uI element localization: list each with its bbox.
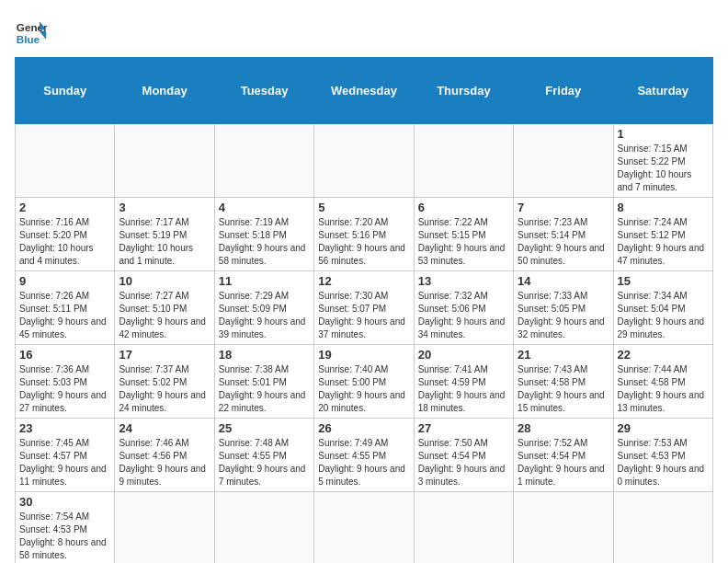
calendar-cell: 21Sunrise: 7:43 AM Sunset: 4:58 PM Dayli… xyxy=(514,345,613,419)
day-info: Sunrise: 7:41 AM Sunset: 4:59 PM Dayligh… xyxy=(418,363,509,415)
svg-text:Blue: Blue xyxy=(17,33,40,45)
header: General Blue xyxy=(15,15,713,48)
calendar-cell: 7Sunrise: 7:23 AM Sunset: 5:14 PM Daylig… xyxy=(514,198,613,271)
day-info: Sunrise: 7:19 AM Sunset: 5:18 PM Dayligh… xyxy=(219,216,310,268)
calendar-cell: 17Sunrise: 7:37 AM Sunset: 5:02 PM Dayli… xyxy=(115,345,214,419)
calendar-cell: 16Sunrise: 7:36 AM Sunset: 5:03 PM Dayli… xyxy=(16,345,115,419)
calendar-header: SundayMondayTuesdayWednesdayThursdayFrid… xyxy=(16,58,713,124)
day-info: Sunrise: 7:29 AM Sunset: 5:09 PM Dayligh… xyxy=(219,290,310,341)
calendar-week-5: 23Sunrise: 7:45 AM Sunset: 4:57 PM Dayli… xyxy=(16,419,713,492)
calendar-cell: 24Sunrise: 7:46 AM Sunset: 4:56 PM Dayli… xyxy=(115,419,214,492)
day-info: Sunrise: 7:20 AM Sunset: 5:16 PM Dayligh… xyxy=(318,216,409,268)
weekday-header-wednesday: Wednesday xyxy=(314,58,414,124)
day-number: 26 xyxy=(318,421,409,435)
calendar-cell xyxy=(414,492,513,564)
calendar-week-2: 2Sunrise: 7:16 AM Sunset: 5:20 PM Daylig… xyxy=(16,198,713,271)
day-info: Sunrise: 7:53 AM Sunset: 4:53 PM Dayligh… xyxy=(618,437,709,488)
weekday-header-saturday: Saturday xyxy=(613,58,712,124)
calendar-cell: 11Sunrise: 7:29 AM Sunset: 5:09 PM Dayli… xyxy=(214,271,313,345)
calendar-cell xyxy=(514,492,613,564)
day-number: 17 xyxy=(119,348,210,362)
day-info: Sunrise: 7:34 AM Sunset: 5:04 PM Dayligh… xyxy=(618,290,709,341)
day-number: 18 xyxy=(219,348,310,362)
calendar-week-6: 30Sunrise: 7:54 AM Sunset: 4:53 PM Dayli… xyxy=(16,492,713,564)
calendar-cell xyxy=(115,492,214,564)
day-info: Sunrise: 7:30 AM Sunset: 5:07 PM Dayligh… xyxy=(318,290,409,341)
day-info: Sunrise: 7:32 AM Sunset: 5:06 PM Dayligh… xyxy=(418,290,509,341)
calendar-cell: 8Sunrise: 7:24 AM Sunset: 5:12 PM Daylig… xyxy=(613,198,712,271)
day-number: 10 xyxy=(119,274,210,288)
weekday-header-friday: Friday xyxy=(514,58,613,124)
day-number: 9 xyxy=(19,274,110,288)
weekday-header-thursday: Thursday xyxy=(414,58,513,124)
day-info: Sunrise: 7:46 AM Sunset: 4:56 PM Dayligh… xyxy=(119,437,210,488)
day-number: 16 xyxy=(19,348,110,362)
calendar-week-1: 1Sunrise: 7:15 AM Sunset: 5:22 PM Daylig… xyxy=(16,124,713,198)
calendar-cell: 18Sunrise: 7:38 AM Sunset: 5:01 PM Dayli… xyxy=(214,345,313,419)
calendar-week-4: 16Sunrise: 7:36 AM Sunset: 5:03 PM Dayli… xyxy=(16,345,713,419)
day-info: Sunrise: 7:36 AM Sunset: 5:03 PM Dayligh… xyxy=(19,363,110,415)
day-info: Sunrise: 7:40 AM Sunset: 5:00 PM Dayligh… xyxy=(318,363,409,415)
logo-icon: General Blue xyxy=(15,15,48,48)
calendar-cell xyxy=(314,492,414,564)
weekday-header-sunday: Sunday xyxy=(16,58,115,124)
day-info: Sunrise: 7:24 AM Sunset: 5:12 PM Dayligh… xyxy=(618,216,709,268)
day-info: Sunrise: 7:50 AM Sunset: 4:54 PM Dayligh… xyxy=(418,437,509,488)
calendar-cell xyxy=(214,492,313,564)
day-info: Sunrise: 7:16 AM Sunset: 5:20 PM Dayligh… xyxy=(19,216,110,268)
calendar-cell xyxy=(16,124,115,198)
day-number: 20 xyxy=(418,348,509,362)
calendar-cell xyxy=(613,492,712,564)
calendar-cell: 30Sunrise: 7:54 AM Sunset: 4:53 PM Dayli… xyxy=(16,492,115,564)
day-info: Sunrise: 7:23 AM Sunset: 5:14 PM Dayligh… xyxy=(518,216,609,268)
day-number: 3 xyxy=(119,201,210,214)
day-number: 1 xyxy=(618,127,709,141)
calendar-cell: 23Sunrise: 7:45 AM Sunset: 4:57 PM Dayli… xyxy=(16,419,115,492)
calendar-cell: 4Sunrise: 7:19 AM Sunset: 5:18 PM Daylig… xyxy=(214,198,313,271)
day-number: 15 xyxy=(618,274,709,288)
day-info: Sunrise: 7:26 AM Sunset: 5:11 PM Dayligh… xyxy=(19,290,110,341)
day-number: 19 xyxy=(318,348,409,362)
day-number: 4 xyxy=(219,201,310,214)
calendar-cell: 27Sunrise: 7:50 AM Sunset: 4:54 PM Dayli… xyxy=(414,419,513,492)
day-number: 28 xyxy=(518,421,609,435)
day-number: 24 xyxy=(119,421,210,435)
calendar-cell xyxy=(314,124,414,198)
day-number: 12 xyxy=(318,274,409,288)
day-number: 30 xyxy=(19,495,110,509)
calendar-cell xyxy=(514,124,613,198)
day-info: Sunrise: 7:43 AM Sunset: 4:58 PM Dayligh… xyxy=(518,363,609,415)
calendar-cell: 20Sunrise: 7:41 AM Sunset: 4:59 PM Dayli… xyxy=(414,345,513,419)
day-number: 7 xyxy=(518,201,609,214)
day-number: 5 xyxy=(318,201,409,214)
day-info: Sunrise: 7:22 AM Sunset: 5:15 PM Dayligh… xyxy=(418,216,509,268)
day-number: 22 xyxy=(618,348,709,362)
calendar-cell: 15Sunrise: 7:34 AM Sunset: 5:04 PM Dayli… xyxy=(613,271,712,345)
day-info: Sunrise: 7:38 AM Sunset: 5:01 PM Dayligh… xyxy=(219,363,310,415)
day-number: 14 xyxy=(518,274,609,288)
calendar-cell: 29Sunrise: 7:53 AM Sunset: 4:53 PM Dayli… xyxy=(613,419,712,492)
day-info: Sunrise: 7:52 AM Sunset: 4:54 PM Dayligh… xyxy=(518,437,609,488)
day-info: Sunrise: 7:33 AM Sunset: 5:05 PM Dayligh… xyxy=(518,290,609,341)
day-number: 25 xyxy=(219,421,310,435)
calendar-cell xyxy=(214,124,313,198)
day-number: 21 xyxy=(518,348,609,362)
calendar-week-3: 9Sunrise: 7:26 AM Sunset: 5:11 PM Daylig… xyxy=(16,271,713,345)
logo: General Blue xyxy=(15,15,51,48)
calendar-cell: 9Sunrise: 7:26 AM Sunset: 5:11 PM Daylig… xyxy=(16,271,115,345)
day-info: Sunrise: 7:54 AM Sunset: 4:53 PM Dayligh… xyxy=(19,511,110,562)
calendar-table: SundayMondayTuesdayWednesdayThursdayFrid… xyxy=(15,57,713,563)
day-info: Sunrise: 7:45 AM Sunset: 4:57 PM Dayligh… xyxy=(19,437,110,488)
calendar-cell: 3Sunrise: 7:17 AM Sunset: 5:19 PM Daylig… xyxy=(115,198,214,271)
calendar-cell: 26Sunrise: 7:49 AM Sunset: 4:55 PM Dayli… xyxy=(314,419,414,492)
day-info: Sunrise: 7:49 AM Sunset: 4:55 PM Dayligh… xyxy=(318,437,409,488)
svg-marker-3 xyxy=(40,31,46,40)
day-info: Sunrise: 7:44 AM Sunset: 4:58 PM Dayligh… xyxy=(618,363,709,415)
weekday-header-tuesday: Tuesday xyxy=(214,58,313,124)
calendar-cell: 25Sunrise: 7:48 AM Sunset: 4:55 PM Dayli… xyxy=(214,419,313,492)
day-number: 8 xyxy=(618,201,709,214)
calendar-cell: 6Sunrise: 7:22 AM Sunset: 5:15 PM Daylig… xyxy=(414,198,513,271)
calendar-cell: 2Sunrise: 7:16 AM Sunset: 5:20 PM Daylig… xyxy=(16,198,115,271)
calendar-cell xyxy=(115,124,214,198)
day-info: Sunrise: 7:37 AM Sunset: 5:02 PM Dayligh… xyxy=(119,363,210,415)
